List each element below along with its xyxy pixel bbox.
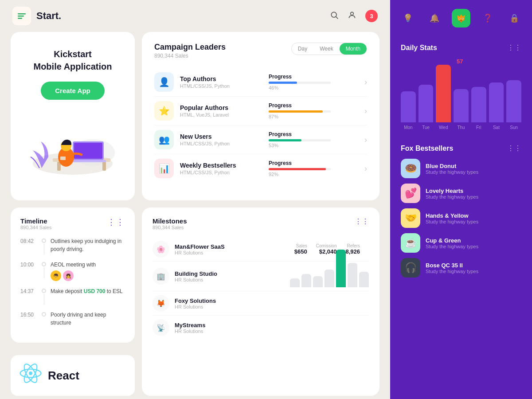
milestone-bar bbox=[336, 250, 346, 287]
chart-peak-label: 57 bbox=[457, 58, 463, 65]
timeline-text: Poorly driving and keep structure bbox=[51, 311, 125, 327]
campaign-row-info: Popular Authors HTML, VueJS, Laravel bbox=[180, 104, 262, 117]
chart-bar bbox=[436, 65, 451, 122]
chart-bar-wrap: Thu bbox=[454, 89, 469, 130]
daily-stats-chart: 57 Mon Tue Wed Thu Fri Sat Sun bbox=[401, 59, 521, 130]
header: Start. 3 bbox=[0, 0, 390, 32]
search-icon[interactable] bbox=[330, 11, 339, 21]
svg-point-20 bbox=[29, 372, 32, 375]
milestone-name: Man&Flower SaaS bbox=[175, 243, 294, 250]
timeline-time: 10:00 bbox=[20, 262, 37, 268]
campaign-rows-container: 👤 Top Authors HTML/CSS/JS, Python Progre… bbox=[154, 68, 367, 183]
chart-day-label: Sat bbox=[493, 125, 500, 130]
timeline-item: 08:42 Outlines keep you indulging in poo… bbox=[20, 237, 125, 254]
daily-stats-menu[interactable]: ⋮⋮ bbox=[507, 43, 521, 52]
campaign-progress-bar-bg bbox=[269, 82, 331, 84]
timeline-line bbox=[44, 244, 44, 254]
svg-rect-1 bbox=[18, 16, 24, 17]
kickstart-title: Kickstart Mobile Application bbox=[33, 48, 112, 73]
chart-day-label: Sun bbox=[510, 125, 518, 130]
react-logo-icon bbox=[20, 362, 42, 389]
timeline-text: AEOL meeting with 👦 👧 bbox=[51, 261, 125, 281]
timeline-time: 14:37 bbox=[20, 288, 37, 294]
campaign-progress-pct: 92% bbox=[269, 172, 357, 177]
milestones-menu-icon[interactable]: ⋮⋮ bbox=[355, 217, 369, 226]
illustration bbox=[24, 110, 121, 177]
daily-stats-section: Daily Stats ⋮⋮ 57 Mon Tue Wed Thu Fri Sa… bbox=[390, 36, 532, 137]
campaign-row-arrow[interactable]: › bbox=[364, 135, 367, 145]
milestone-rows: 🌸 Man&Flower SaaS HR Solutions Sales $65… bbox=[153, 237, 369, 340]
timeline-card: Timeline 890,344 Sales ⋮⋮ 08:42 Outlines… bbox=[11, 207, 135, 343]
timeline-menu-icon[interactable]: ⋮⋮ bbox=[107, 217, 125, 227]
campaign-subtitle: 890,344 Sales bbox=[154, 53, 226, 59]
milestone-row: 🦊 Foxy Solutions HR Solutions bbox=[153, 291, 369, 316]
bestseller-name: Cup & Green bbox=[426, 237, 521, 244]
chart-day-label: Thu bbox=[457, 125, 465, 130]
notification-badge[interactable]: 3 bbox=[365, 10, 378, 22]
timeline-dot bbox=[42, 262, 46, 266]
chart-bar bbox=[454, 89, 469, 122]
chart-bar bbox=[401, 91, 416, 122]
bestseller-sub: Study the highway types bbox=[426, 269, 521, 274]
chart-bar bbox=[471, 87, 486, 122]
bestseller-info: Cup & Green Study the highway types bbox=[426, 237, 521, 249]
milestone-name: Foxy Solutions bbox=[175, 297, 272, 304]
main-area: Start. 3 Kickstart Mobile Application bbox=[0, 0, 390, 399]
sidebar-icon-fox[interactable] bbox=[452, 9, 470, 27]
milestone-icon: 🌸 bbox=[153, 241, 169, 258]
chart-bar bbox=[506, 80, 521, 122]
tab-month[interactable]: Month bbox=[340, 43, 367, 55]
bestseller-info: Bose QC 35 II Study the highway types bbox=[426, 262, 521, 274]
milestone-sub: HR Solutions bbox=[175, 329, 272, 334]
user-icon[interactable] bbox=[348, 11, 356, 21]
right-sidebar: 💡 🔔 ❓ 🔒 Daily Stats ⋮⋮ 57 Mon bbox=[390, 0, 532, 399]
timeline-dot bbox=[42, 312, 46, 317]
sidebar-icon-lock[interactable]: 🔒 bbox=[505, 9, 524, 27]
svg-point-24 bbox=[462, 18, 463, 19]
sidebar-icon-question[interactable]: ❓ bbox=[478, 9, 497, 27]
chart-day-label: Tue bbox=[422, 125, 430, 130]
campaign-progress-bar-fill bbox=[269, 110, 323, 113]
bestseller-item: ☕ Cup & Green Study the highway types bbox=[401, 233, 521, 253]
campaign-progress-pct: 46% bbox=[269, 85, 357, 90]
campaign-card: Campaign Leaders 890,344 Sales Day Week … bbox=[142, 32, 379, 200]
timeline-subtitle: 890,344 Sales bbox=[20, 225, 51, 230]
svg-rect-0 bbox=[18, 13, 26, 15]
milestone-sub: HR Solutions bbox=[175, 277, 232, 282]
svg-point-3 bbox=[331, 12, 336, 17]
logo-icon bbox=[12, 7, 31, 25]
fox-bestsellers-menu[interactable]: ⋮⋮ bbox=[507, 144, 521, 153]
milestone-bar bbox=[301, 274, 311, 287]
sidebar-icon-bell[interactable]: 🔔 bbox=[425, 9, 444, 27]
create-app-button[interactable]: Create App bbox=[41, 82, 104, 100]
timeline-dot bbox=[42, 239, 46, 243]
timeline-item: 14:37 Make deposit USD 700 to ESL bbox=[20, 287, 125, 305]
milestone-icon: 📡 bbox=[153, 319, 169, 336]
campaign-progress-bar-fill bbox=[269, 82, 297, 84]
campaign-progress-pct: 53% bbox=[269, 143, 357, 148]
milestone-bar bbox=[290, 278, 300, 287]
campaign-progress-bar-bg bbox=[269, 168, 331, 170]
tab-day[interactable]: Day bbox=[292, 43, 313, 55]
campaign-row-arrow[interactable]: › bbox=[364, 106, 367, 116]
milestones-header: Milestones 890,344 Sales ⋮⋮ bbox=[153, 217, 369, 230]
milestones-title: Milestones bbox=[153, 217, 187, 225]
avatar: 👦 bbox=[51, 270, 61, 281]
bestseller-sub: Study the highway types bbox=[426, 169, 521, 175]
campaign-row-name: Top Authors bbox=[180, 75, 262, 82]
sidebar-icon-lightbulb[interactable]: 💡 bbox=[399, 9, 417, 27]
bestseller-info: Hands & Yellow Study the highway types bbox=[426, 212, 521, 224]
milestone-sub: HR Solutions bbox=[175, 304, 272, 309]
bestseller-name: Hands & Yellow bbox=[426, 212, 521, 219]
tab-week[interactable]: Week bbox=[313, 43, 339, 55]
svg-rect-13 bbox=[70, 160, 106, 162]
bestseller-name: Bose QC 35 II bbox=[426, 262, 521, 269]
campaign-progress-label: Progress bbox=[269, 102, 357, 109]
campaign-row-arrow[interactable]: › bbox=[364, 164, 367, 173]
timeline-dot-col bbox=[42, 287, 46, 305]
chart-bar-wrap: Mon bbox=[401, 91, 416, 130]
timeline-items: 08:42 Outlines keep you indulging in poo… bbox=[20, 237, 125, 327]
bestseller-name: Lovely Hearts bbox=[426, 188, 521, 194]
timeline-text: Outlines keep you indulging in poorly dr… bbox=[51, 237, 125, 253]
campaign-row-arrow[interactable]: › bbox=[364, 78, 367, 87]
